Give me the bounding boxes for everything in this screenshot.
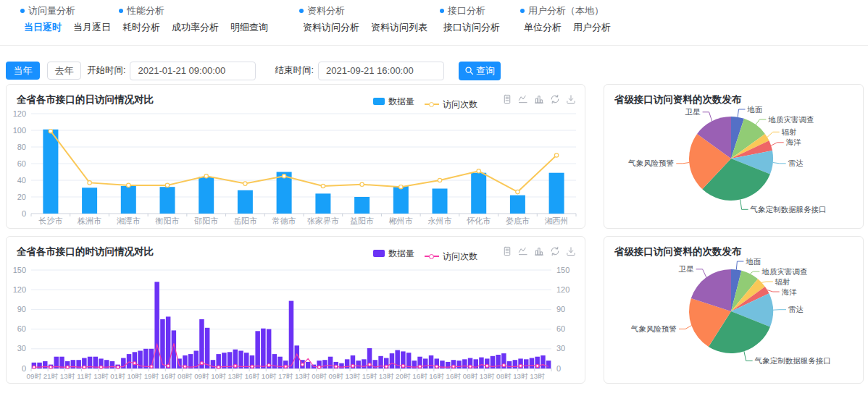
pie-label: 卫星 — [679, 264, 695, 273]
nav-item[interactable]: 接口访问分析 — [443, 21, 500, 34]
pie-label-line — [773, 163, 786, 164]
save-image-icon[interactable] — [566, 94, 576, 104]
switch-bar-icon[interactable] — [534, 94, 544, 104]
bar[interactable] — [354, 197, 370, 214]
bar[interactable] — [429, 355, 434, 368]
hourly-bar-line-chart[interactable]: 0030306060909012012015015009时21时13时11时13… — [7, 258, 583, 383]
bar[interactable] — [160, 187, 175, 214]
search-button[interactable]: 查询 — [459, 62, 501, 80]
bar[interactable] — [127, 354, 132, 368]
pie2-title: 省级接口访问资料的次数发布 — [614, 245, 742, 258]
bar[interactable] — [510, 195, 525, 214]
bar[interactable] — [524, 359, 529, 368]
restore-icon[interactable] — [550, 94, 560, 104]
bar[interactable] — [143, 349, 149, 368]
pie-label: 海洋 — [782, 287, 798, 296]
daily-chart-title: 全省各市接口的日访问情况对比 — [17, 93, 154, 106]
bar[interactable] — [205, 328, 210, 368]
current-year-button[interactable]: 当年 — [6, 62, 40, 80]
bar[interactable] — [546, 361, 551, 368]
line-marker — [351, 364, 354, 367]
nav-item[interactable]: 耗时分析 — [122, 21, 160, 34]
bar[interactable] — [328, 357, 333, 368]
line-marker — [282, 174, 285, 178]
bar[interactable] — [199, 177, 214, 214]
daily-bar-line-chart[interactable]: 020406080100120长沙市株洲市湘潭市衡阳市邵阳市岳阳市常德市张家界市… — [7, 106, 583, 228]
bar[interactable] — [393, 186, 409, 214]
line-marker — [243, 182, 247, 185]
line-marker — [33, 366, 36, 368]
last-year-button[interactable]: 去年 — [47, 62, 81, 80]
line-marker — [127, 183, 130, 187]
bar[interactable] — [549, 173, 564, 214]
bar[interactable] — [322, 360, 327, 368]
x-axis-label: 16时 — [245, 372, 260, 380]
bar[interactable] — [160, 319, 165, 368]
nav-item[interactable]: 资料访问列表 — [371, 21, 427, 34]
bar[interactable] — [306, 362, 311, 368]
bar[interactable] — [356, 361, 361, 368]
nav-item[interactable]: 明细查询 — [230, 21, 268, 34]
bar[interactable] — [121, 186, 136, 214]
bar[interactable] — [154, 282, 159, 368]
nav-item[interactable]: 资料访问分析 — [303, 21, 359, 34]
bar[interactable] — [289, 301, 294, 368]
bar[interactable] — [188, 354, 193, 368]
bar[interactable] — [456, 361, 462, 368]
pie-label: 地面 — [745, 257, 761, 266]
nav-item[interactable]: 成功率分析 — [172, 21, 219, 34]
bullet-icon — [20, 9, 25, 13]
bar[interactable] — [423, 358, 428, 368]
bar[interactable] — [267, 329, 272, 368]
pie-chart-2[interactable]: 地面地质灾害调查辐射海洋雷达气象定制数据服务接口气象风险预警卫星 — [604, 257, 863, 379]
bar[interactable] — [211, 360, 216, 368]
nav-item[interactable]: 当日逐时 — [24, 21, 62, 34]
bar[interactable] — [133, 352, 138, 368]
bar[interactable] — [479, 358, 484, 368]
bar[interactable] — [362, 359, 367, 368]
bar[interactable] — [110, 361, 115, 368]
x-axis-label: 13时 — [530, 372, 545, 380]
data-view-icon[interactable] — [502, 246, 512, 256]
line-marker — [234, 364, 237, 367]
bar[interactable] — [530, 358, 535, 369]
start-time-input[interactable] — [130, 62, 256, 80]
save-image-icon[interactable] — [566, 246, 576, 256]
x-axis-label: 16时 — [412, 372, 427, 380]
bar[interactable] — [507, 361, 512, 368]
bar[interactable] — [541, 355, 546, 368]
chart-legend[interactable]: 数据量访问次数 — [373, 247, 488, 263]
switch-bar-icon[interactable] — [534, 246, 544, 256]
switch-line-icon[interactable] — [518, 94, 528, 104]
bar[interactable] — [433, 189, 448, 214]
bar[interactable] — [462, 359, 467, 368]
bar[interactable] — [339, 363, 344, 368]
nav-item[interactable]: 用户分析 — [573, 21, 611, 34]
bar[interactable] — [238, 190, 253, 214]
x-axis-label: 13时 — [228, 372, 243, 380]
pie-label-line — [756, 119, 766, 125]
top-nav: 访问量分析当日逐时当月逐日性能分析耗时分析成功率分析明细查询资料分析资料访问分析… — [0, 0, 868, 46]
line-marker — [150, 365, 153, 368]
bar[interactable] — [513, 360, 518, 368]
bar[interactable] — [471, 173, 486, 214]
bar[interactable] — [315, 193, 330, 214]
nav-item[interactable]: 单位分析 — [524, 21, 562, 34]
end-time-input[interactable] — [318, 62, 444, 80]
bar[interactable] — [261, 329, 266, 368]
data-view-icon[interactable] — [502, 94, 512, 104]
bar[interactable] — [71, 360, 76, 368]
pie-chart-1[interactable]: 地面地质灾害调查辐射海洋雷达气象定制数据服务接口气象风险预警卫星 — [604, 105, 863, 227]
bar[interactable] — [82, 188, 97, 214]
bar[interactable] — [199, 319, 204, 368]
bar[interactable] — [390, 353, 395, 368]
search-button-label: 查询 — [476, 64, 495, 77]
bar[interactable] — [255, 331, 260, 368]
bar[interactable] — [43, 361, 48, 368]
switch-line-icon[interactable] — [518, 246, 528, 256]
bar[interactable] — [43, 130, 58, 214]
bar[interactable] — [238, 351, 243, 369]
nav-item[interactable]: 当月逐日 — [73, 21, 111, 34]
restore-icon[interactable] — [550, 246, 560, 256]
chart-legend[interactable]: 数据量访问次数 — [373, 95, 488, 111]
